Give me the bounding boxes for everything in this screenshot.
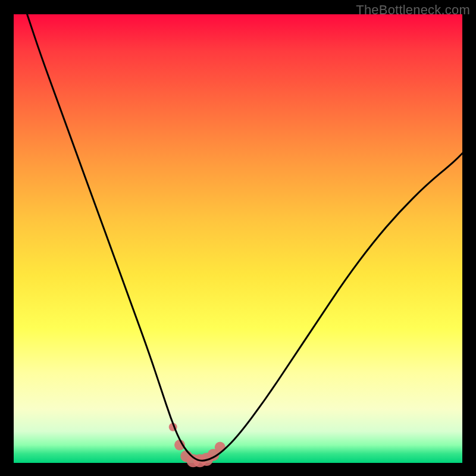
bottleneck-curve bbox=[27, 14, 462, 461]
watermark-text: TheBottleneck.com bbox=[356, 2, 470, 18]
chart-area bbox=[14, 14, 462, 463]
bottleneck-plot bbox=[14, 14, 462, 463]
